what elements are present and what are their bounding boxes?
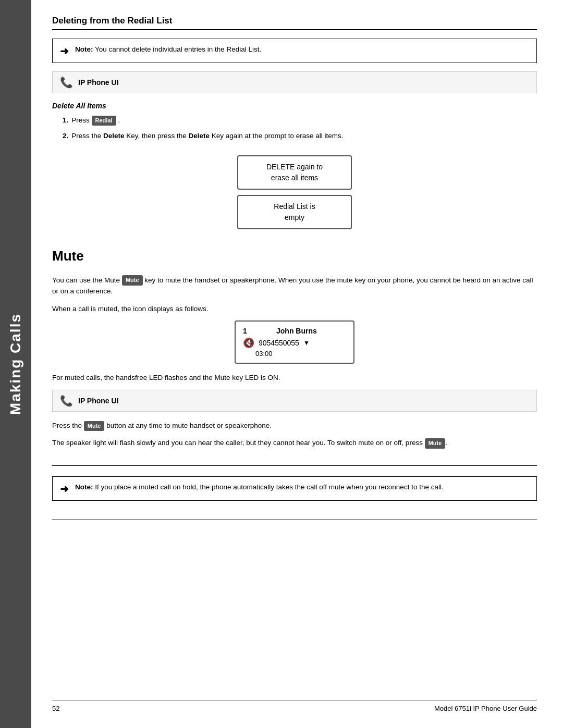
mute-badge-1: Mute [122,275,143,286]
note-text-1: Note: You cannot delete individual entri… [75,44,261,55]
note-label-2: Note: [75,483,93,491]
call-screen-row2: 🔇 9054550055 ▼ [243,337,346,349]
call-screen: 1 John Burns 🔇 9054550055 ▼ 03:00 [235,320,354,364]
screen-row-empty-1: Redial List isempty [238,196,351,228]
mute-body-2: When a call is muted, the icon displays … [52,303,537,315]
main-content: Deleting from the Redial List ➜ Note: Yo… [31,0,563,728]
phone-icon-2: 📞 [60,394,73,407]
call-num: 1 [243,327,247,335]
phone-screen-delete: DELETE again toerase all items [237,155,352,190]
step-2-num: 2. [63,131,68,141]
down-arrow-icon: ▼ [303,339,310,347]
ip-phone-label-1: IP Phone UI [78,78,119,87]
mute-badge-3: Mute [425,438,446,449]
call-screen-row1: 1 John Burns [243,327,346,335]
call-screen-row3: 03:00 [243,350,346,357]
ip-phone-ui-box-2: 📞 IP Phone UI [52,390,537,412]
arrow-icon-2: ➜ [60,483,69,495]
note-label-1: Note: [75,45,93,53]
page-wrapper: Making Calls Deleting from the Redial Li… [0,0,563,728]
ip-phone-ui-box-1: 📞 IP Phone UI [52,71,537,93]
mute-badge-2: Mute [84,421,105,431]
sidebar: Making Calls [0,0,31,728]
screen-row-delete-1: DELETE again toerase all items [238,156,351,189]
model-name: Model 6751i IP Phone User Guide [434,705,537,712]
footer: 52 Model 6751i IP Phone User Guide [52,700,537,712]
call-number: 9054550055 [259,339,299,347]
mute-body-1: You can use the Mute Mute key to mute th… [52,275,537,297]
mute-symbol: 🔇 [243,337,254,349]
phone-screens-container: DELETE again toerase all items Redial Li… [52,155,537,229]
mute-heading: Mute [52,248,537,264]
call-time: 03:00 [255,350,273,357]
call-name: John Burns [276,327,317,335]
phone-icon-1: 📞 [60,76,73,89]
step-1-num: 1. [63,115,68,126]
note-box-1: ➜ Note: You cannot delete individual ent… [52,39,537,63]
note-text-2: Note: If you place a muted call on hold,… [75,482,444,492]
mute-body-4: Press the Mute button at any time to mut… [52,420,537,431]
steps-list: 1. Press Redial . 2. Press the Delete Ke… [63,115,537,147]
call-screen-container: 1 John Burns 🔇 9054550055 ▼ 03:00 [52,320,537,364]
arrow-icon-1: ➜ [60,45,69,57]
step-1-content: Press Redial . [71,115,537,126]
page-number: 52 [52,705,59,712]
divider-2 [52,465,537,466]
section1-heading: Deleting from the Redial List [52,16,537,30]
redial-key-badge: Redial [92,116,116,126]
sidebar-label: Making Calls [7,313,24,415]
ip-phone-label-2: IP Phone UI [78,397,119,405]
step-2: 2. Press the Delete Key, then press the … [63,131,537,141]
divider-bottom [52,520,537,520]
step-1: 1. Press Redial . [63,115,537,126]
mute-body-5: The speaker light will flash slowly and … [52,437,537,449]
step-2-content: Press the Delete Key, then press the Del… [71,131,537,141]
phone-screen-empty: Redial List isempty [237,195,352,229]
mute-body-3: For muted calls, the handsfree LED flash… [52,372,537,384]
note-box-2: ➜ Note: If you place a muted call on hol… [52,476,537,501]
subsection-heading: Delete All Items [52,102,537,110]
